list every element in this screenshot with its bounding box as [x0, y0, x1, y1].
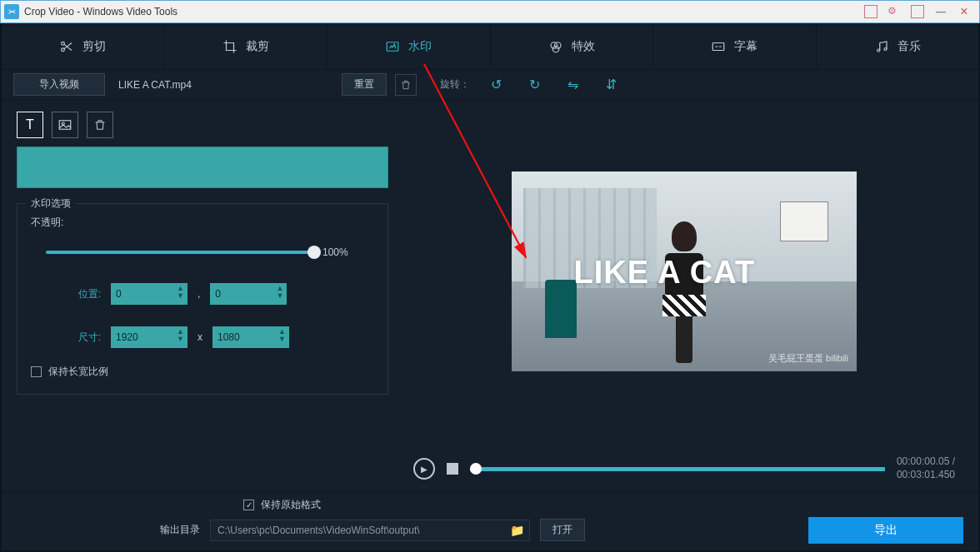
tab-music[interactable]: 音乐	[817, 23, 979, 69]
flip-vertical-button[interactable]: ⇵	[600, 73, 623, 97]
close-button[interactable]: ×	[952, 1, 976, 22]
svg-point-7	[878, 49, 880, 52]
minimize-button[interactable]: —	[929, 1, 952, 22]
tab-cut-label: 剪切	[82, 39, 106, 54]
tab-subtitle[interactable]: 字幕	[653, 23, 817, 69]
fieldset-legend: 水印选项	[26, 196, 76, 211]
preview-panel: LIKE A CAT 吴毛屁王蛋蛋 bilibili ▶ 00:00:00.05…	[403, 100, 978, 492]
playback-slider[interactable]	[470, 467, 885, 471]
keep-ratio-checkbox[interactable]	[31, 366, 42, 377]
watermark-icon	[385, 39, 400, 54]
spinner-arrows-icon[interactable]: ▲▼	[278, 328, 286, 343]
filename-label: LIKE A CAT.mp4	[118, 79, 192, 91]
svg-rect-9	[59, 121, 71, 130]
music-icon	[874, 39, 889, 54]
delete-button[interactable]	[395, 74, 417, 96]
svg-point-5	[552, 46, 559, 52]
size-height-input[interactable]: 1080▲▼	[212, 326, 289, 348]
tab-watermark-label: 水印	[408, 39, 432, 54]
current-time: 00:00:00.05	[897, 455, 949, 467]
tab-crop-label: 裁剪	[246, 39, 269, 54]
tab-subtitle-label: 字幕	[734, 39, 758, 54]
tab-crop[interactable]: 裁剪	[165, 23, 328, 69]
reset-button[interactable]: 重置	[342, 73, 387, 96]
window-title: Crop Video - Windows Video Tools	[24, 6, 859, 17]
tab-music-label: 音乐	[898, 39, 921, 54]
text-watermark-button[interactable]: T	[17, 112, 43, 138]
effects-icon	[548, 39, 563, 54]
size-label: 尺寸:	[68, 331, 101, 345]
comma-separator: ,	[198, 288, 200, 300]
time-display: 00:00:00.05 / 00:03:01.450	[897, 455, 955, 481]
crop-icon	[222, 39, 238, 54]
total-time: 00:03:01.450	[897, 469, 955, 480]
output-path-input[interactable]: C:\Users\pc\Documents\VideoWinSoft\outpu…	[210, 520, 530, 541]
open-folder-button[interactable]: 打开	[540, 519, 585, 541]
size-width-input[interactable]: 1920▲▼	[111, 326, 188, 348]
import-video-button[interactable]: 导入视频	[13, 73, 105, 96]
rotate-label: 旋转：	[440, 77, 470, 92]
layout-icon[interactable]	[864, 5, 878, 18]
player-controls: ▶ 00:00:00.05 / 00:03:01.450	[410, 452, 958, 485]
tab-effects-label: 特效	[572, 39, 595, 54]
tab-effects[interactable]: 特效	[491, 23, 654, 69]
bottom-bar: 保持原始格式 输出目录 C:\Users\pc\Documents\VideoW…	[2, 492, 978, 550]
svg-point-8	[884, 47, 887, 50]
rotate-cw-button[interactable]: ↻	[523, 73, 547, 97]
tab-cut[interactable]: 剪切	[2, 23, 165, 69]
keep-format-label: 保持原始格式	[261, 498, 321, 512]
stop-button[interactable]	[447, 463, 458, 475]
svg-point-4	[554, 42, 561, 48]
svg-point-1	[62, 47, 65, 51]
position-x-input[interactable]: 0▲▼	[111, 283, 188, 305]
subtitle-icon	[711, 39, 726, 54]
opacity-value: 100%	[322, 246, 359, 258]
svg-point-0	[62, 42, 65, 45]
opacity-slider-thumb[interactable]	[308, 246, 321, 259]
list-icon[interactable]	[911, 5, 924, 18]
video-credit: 吴毛屁王蛋蛋 bilibili	[768, 352, 848, 365]
keep-ratio-label: 保持长宽比例	[48, 365, 108, 379]
playback-thumb[interactable]	[470, 463, 482, 475]
svg-rect-6	[713, 42, 725, 50]
folder-icon[interactable]: 📁	[510, 524, 524, 537]
toolbar: 导入视频 LIKE A CAT.mp4 重置 旋转： ↺ ↻ ⇋ ⇵	[2, 70, 978, 100]
rotate-ccw-button[interactable]: ↺	[485, 73, 508, 97]
spinner-arrows-icon[interactable]: ▲▼	[276, 285, 283, 300]
tabbar: 剪切 裁剪 水印 特效 字幕 音乐	[2, 23, 978, 70]
video-preview[interactable]: LIKE A CAT 吴毛屁王蛋蛋 bilibili	[512, 172, 857, 371]
opacity-label: 不透明:	[31, 216, 374, 230]
output-dir-label: 输出目录	[160, 523, 200, 537]
position-label: 位置:	[68, 287, 101, 301]
flip-horizontal-button[interactable]: ⇋	[562, 73, 585, 97]
x-separator: x	[198, 331, 202, 343]
keep-format-checkbox[interactable]	[243, 500, 254, 510]
scissors-icon	[59, 39, 74, 54]
image-watermark-button[interactable]	[52, 112, 78, 138]
settings-sliders-icon[interactable]: ⚙	[888, 5, 901, 18]
delete-watermark-button[interactable]	[87, 112, 113, 138]
export-button[interactable]: 导出	[808, 517, 963, 544]
position-y-input[interactable]: 0▲▼	[210, 283, 287, 305]
titlebar: ✂ Crop Video - Windows Video Tools ⚙ — ×	[0, 0, 980, 23]
spinner-arrows-icon[interactable]: ▲▼	[177, 328, 184, 343]
app-icon: ✂	[4, 4, 19, 19]
spinner-arrows-icon[interactable]: ▲▼	[177, 285, 184, 300]
watermark-options-fieldset: 水印选项 不透明: 100% 位置: 0▲▼ , 0▲▼ 尺寸:	[17, 203, 388, 395]
watermark-text-overlay: LIKE A CAT	[574, 255, 756, 291]
watermark-preview[interactable]	[17, 147, 388, 188]
watermark-panel: T 水印选项 不透明: 100% 位置: 0▲▼ , 0▲▼	[2, 100, 403, 492]
opacity-slider[interactable]	[46, 251, 314, 254]
play-button[interactable]: ▶	[413, 458, 435, 480]
tab-watermark[interactable]: 水印	[328, 23, 491, 69]
